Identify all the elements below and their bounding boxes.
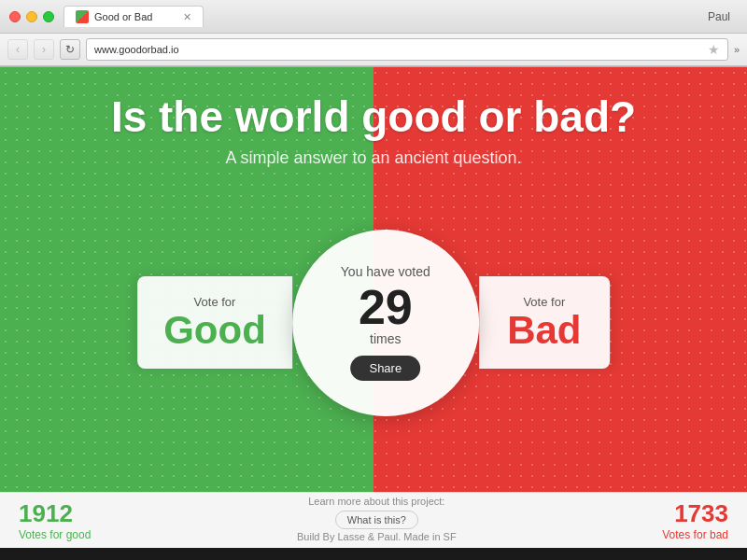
close-button[interactable] [9,11,21,22]
footer-credit: Build By Lasse & Paul. Made in SF [297,531,457,542]
footer-center: Learn more about this project: What is t… [297,496,457,546]
share-button[interactable]: Share [350,356,420,381]
votes-bad-label: Votes for bad [662,528,728,541]
tab-bar: Good or Bad ✕ [63,6,708,27]
minimize-button[interactable] [26,11,37,22]
refresh-button[interactable]: ↻ [60,39,80,60]
vote-for-good-label: Vote for [163,295,266,309]
votes-bad-count: 1733 [662,499,728,528]
title-bar: Good or Bad ✕ Paul [0,0,747,34]
vote-bad-word[interactable]: Bad [507,308,581,352]
nav-bar: ‹ › ↻ www.goodorbad.io ★ » [0,34,747,66]
url-text: www.goodorbad.io [94,44,704,55]
main-title: Is the world good or bad? [0,93,747,141]
tab-close-icon[interactable]: ✕ [183,11,191,23]
main-content: Is the world good or bad? A simple answe… [0,67,747,548]
footer: 1912 Votes for good Learn more about thi… [0,492,747,548]
browser-tab[interactable]: Good or Bad ✕ [63,6,204,27]
vote-good-box[interactable]: Vote for Good [137,276,292,369]
votes-good-section: 1912 Votes for good [19,499,91,541]
votes-good-label: Votes for good [19,528,91,541]
nav-extra-label: » [734,44,740,55]
votes-good-count: 1912 [19,499,91,528]
nav-extra: » [734,44,740,55]
votes-bad-section: 1733 Votes for bad [662,499,728,541]
user-label: Paul [708,10,738,23]
url-bar[interactable]: www.goodorbad.io ★ [86,38,728,61]
back-button[interactable]: ‹ [7,39,28,60]
vote-bad-box[interactable]: Vote for Bad [479,276,610,369]
forward-button[interactable]: › [34,39,54,60]
browser-chrome: Good or Bad ✕ Paul ‹ › ↻ www.goodorbad.i… [0,0,747,67]
vote-good-word[interactable]: Good [163,308,266,352]
times-label: times [370,331,401,346]
favicon-icon [76,10,89,23]
subtitle: A simple answer to an ancient question. [0,148,747,168]
what-is-this-button[interactable]: What is this? [335,511,418,529]
vote-circle: You have voted 29 times Share [292,230,479,416]
maximize-button[interactable] [43,11,54,22]
vote-count: 29 [359,283,413,331]
traffic-lights [9,11,54,22]
learn-more-text: Learn more about this project: [297,496,457,507]
vote-for-bad-label: Vote for [505,295,584,309]
bookmark-icon[interactable]: ★ [708,42,720,57]
vote-area: Vote for Good You have voted 29 times Sh… [137,230,610,416]
header-section: Is the world good or bad? A simple answe… [0,67,747,168]
voted-label: You have voted [341,264,430,279]
tab-title: Good or Bad [94,11,177,22]
